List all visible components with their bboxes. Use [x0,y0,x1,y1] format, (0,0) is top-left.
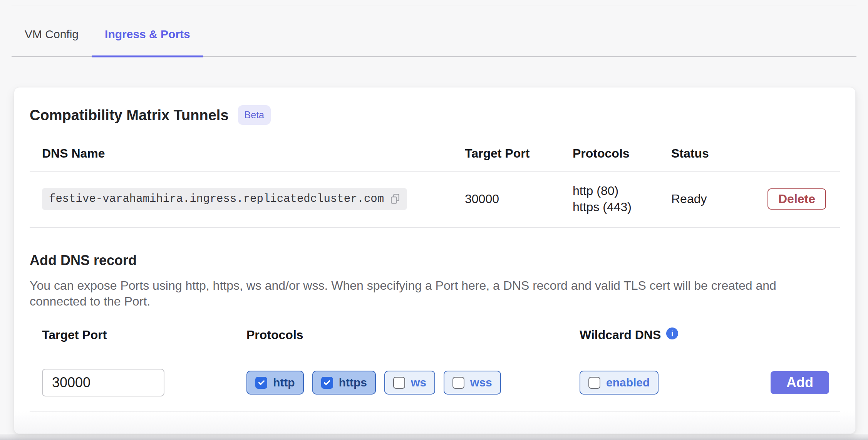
tab-vm-config[interactable]: VM Config [12,5,92,57]
tab-bar: VM Config Ingress & Ports [12,5,856,57]
protocol-line-http: http (80) [573,183,671,199]
card-title: Compatibility Matrix Tunnels [30,106,229,125]
column-header-status: Status [671,146,840,161]
wildcard-enabled-label: enabled [606,376,650,389]
protocol-line-https: https (443) [573,199,671,215]
protocol-checkbox-label: wss [470,376,492,389]
checkbox-icon [321,377,333,389]
dns-name-pill: festive-varahamihira.ingress.replicatedc… [42,188,407,210]
dns-name-value: festive-varahamihira.ingress.replicatedc… [49,193,384,205]
add-dns-description: You can expose Ports using http, https, … [30,278,831,309]
protocols-label: Protocols [246,328,580,342]
card-title-row: Compatibility Matrix Tunnels Beta [30,87,840,125]
add-button[interactable]: Add [771,371,829,394]
target-port-field-cell [30,369,246,396]
column-header-dns-name: DNS Name [30,146,465,161]
checkbox-icon [393,377,405,389]
tab-ingress-ports[interactable]: Ingress & Ports [92,5,203,57]
target-port-cell: 30000 [465,192,573,206]
protocol-checkbox-label: https [339,376,367,389]
protocol-checkbox-https[interactable]: https [312,371,376,395]
protocols-cell: http (80) https (443) [573,183,671,215]
protocol-checkbox-http[interactable]: http [246,371,304,395]
page-bottom-gradient [0,434,868,440]
protocol-checkbox-label: ws [411,376,426,389]
protocol-options: http https ws [246,371,580,395]
status-value: Ready [671,192,707,206]
checkbox-icon [255,377,267,389]
form-row: http https ws [30,353,840,411]
form-labels-row: Target Port Protocols Wildcard DNS i [30,328,840,353]
protocol-checkbox-ws[interactable]: ws [384,371,435,395]
checkbox-icon [452,377,464,389]
beta-badge: Beta [238,105,271,125]
wildcard-enabled-checkbox[interactable]: enabled [580,371,659,395]
target-port-label: Target Port [30,328,246,342]
wildcard-dns-label-text: Wildcard DNS [580,328,661,342]
card-footer [14,411,855,433]
status-cell: Ready Delete [671,188,840,210]
table-header-row: DNS Name Target Port Protocols Status [30,146,840,172]
delete-button[interactable]: Delete [767,188,826,210]
target-port-input[interactable] [42,369,164,396]
column-header-protocols: Protocols [573,146,671,161]
protocol-checkbox-label: http [273,376,295,389]
checkbox-icon [588,377,600,389]
column-header-target-port: Target Port [465,146,573,161]
dns-name-cell: festive-varahamihira.ingress.replicatedc… [30,188,465,210]
add-dns-heading: Add DNS record [30,252,840,269]
info-icon[interactable]: i [666,327,678,339]
protocol-checkbox-wss[interactable]: wss [444,371,501,395]
wildcard-field-cell: enabled [580,371,771,395]
wildcard-dns-label: Wildcard DNS i [580,328,771,342]
copy-icon[interactable] [390,193,400,205]
tunnels-card: Compatibility Matrix Tunnels Beta DNS Na… [14,87,856,434]
table-row: festive-varahamihira.ingress.replicatedc… [30,172,840,228]
page: VM Config Ingress & Ports Compatibility … [0,0,868,440]
